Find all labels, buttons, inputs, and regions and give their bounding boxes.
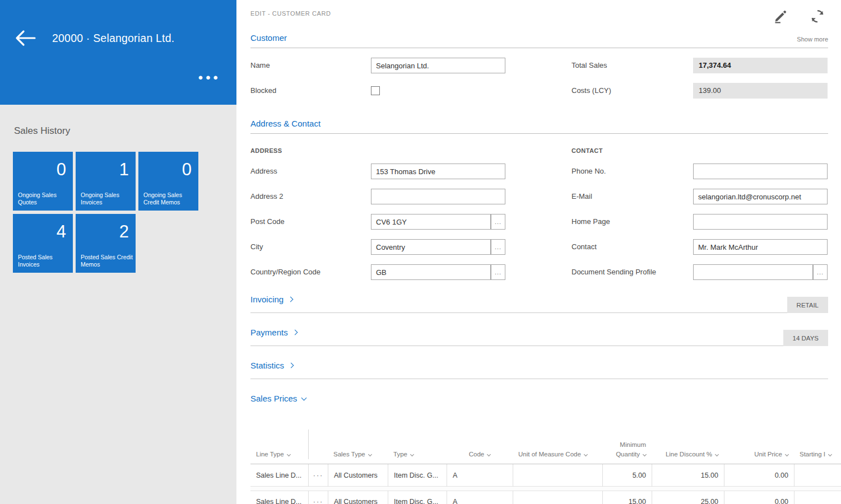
- sort-icon: [287, 452, 291, 456]
- cell-code[interactable]: A: [447, 464, 513, 487]
- city-lookup-button[interactable]: ...: [491, 239, 505, 255]
- doc-sending-profile-label: Document Sending Profile: [571, 264, 693, 280]
- col-type[interactable]: Type: [388, 450, 447, 459]
- col-line-discount[interactable]: Line Discount %: [652, 450, 724, 459]
- chevron-right-icon: [292, 330, 298, 335]
- sort-icon: [410, 452, 414, 456]
- section-payments-label: Payments: [250, 328, 288, 337]
- home-page-label: Home Page: [571, 214, 693, 230]
- back-arrow-icon[interactable]: [12, 27, 37, 49]
- cell-unit-price[interactable]: 0.00: [724, 464, 794, 487]
- main-content: EDIT - CUSTOMER CARD Show more Customer: [236, 0, 841, 504]
- country-region-field[interactable]: [371, 264, 491, 280]
- sort-icon: [368, 452, 372, 456]
- chevron-down-icon: [301, 395, 307, 400]
- cell-line-type[interactable]: Sales Line D...: [250, 464, 308, 487]
- chevron-right-icon: [289, 363, 294, 368]
- table-row[interactable]: Sales Line D... ··· All Customers Item D…: [250, 464, 841, 487]
- tile-label: Posted Sales Invoices: [18, 254, 73, 268]
- col-starting[interactable]: Starting I: [794, 450, 841, 459]
- refresh-icon[interactable]: [807, 6, 828, 27]
- payments-badge[interactable]: 14 DAYS: [783, 330, 828, 346]
- cell-unit-price[interactable]: 0.00: [724, 491, 794, 504]
- sort-icon: [785, 452, 789, 456]
- cell-min-qty[interactable]: 15.00: [602, 491, 652, 504]
- col-sales-type[interactable]: Sales Type: [328, 450, 388, 459]
- email-label: E-Mail: [571, 189, 693, 204]
- more-options-icon[interactable]: •••: [198, 70, 221, 86]
- costs-value[interactable]: 139.00: [693, 83, 828, 99]
- cell-line-type[interactable]: Sales Line D...: [250, 491, 308, 504]
- post-code-label: Post Code: [250, 214, 371, 230]
- country-region-label: Country/Region Code: [250, 264, 371, 280]
- edit-pencil-icon[interactable]: [770, 6, 791, 27]
- cell-sales-type[interactable]: All Customers: [328, 491, 388, 504]
- show-more-link[interactable]: Show more: [797, 36, 828, 43]
- doc-sending-profile-lookup-button[interactable]: ...: [813, 264, 828, 280]
- col-line-type[interactable]: Line Type: [250, 450, 308, 459]
- address2-field[interactable]: [371, 189, 505, 204]
- tile-ongoing-sales-quotes[interactable]: 0 Ongoing Sales Quotes: [13, 152, 73, 211]
- col-uom-code[interactable]: Unit of Measure Code: [513, 450, 602, 459]
- contact-label: Contact: [571, 239, 693, 255]
- assist-edit-icon[interactable]: ···: [308, 464, 328, 487]
- col-assist: [308, 430, 328, 459]
- tile-label: Ongoing Sales Credit Memos: [143, 192, 198, 206]
- name-field[interactable]: [371, 58, 505, 73]
- section-invoicing[interactable]: Invoicing: [250, 295, 292, 304]
- section-payments[interactable]: Payments: [250, 328, 297, 337]
- cell-starting[interactable]: [794, 491, 841, 504]
- section-customer[interactable]: Customer: [250, 33, 828, 48]
- cell-uom-code[interactable]: [513, 491, 602, 504]
- cell-line-discount[interactable]: 15.00: [652, 464, 724, 487]
- contact-field[interactable]: [693, 239, 828, 255]
- phone-label: Phone No.: [571, 164, 693, 179]
- section-statistics-label: Statistics: [250, 361, 284, 370]
- cell-type[interactable]: Item Disc. G...: [388, 491, 447, 504]
- blocked-checkbox[interactable]: [371, 86, 380, 95]
- sidebar-header: 20000 · Selangorian Ltd. •••: [0, 0, 236, 105]
- phone-field[interactable]: [693, 164, 828, 179]
- table-row[interactable]: Sales Line D... ··· All Customers Item D…: [250, 491, 841, 504]
- post-code-field[interactable]: [371, 214, 491, 230]
- address-label: Address: [250, 164, 371, 179]
- contact-group-label: CONTACT: [571, 147, 603, 154]
- section-address-contact[interactable]: Address & Contact: [250, 119, 828, 134]
- tile-label: Ongoing Sales Invoices: [81, 192, 136, 206]
- email-field[interactable]: [693, 189, 828, 204]
- cell-sales-type[interactable]: All Customers: [328, 464, 388, 487]
- city-field[interactable]: [371, 239, 491, 255]
- sales-prices-table: Line Type Sales Type Type Code Unit of M…: [250, 430, 841, 504]
- invoicing-badge[interactable]: RETAIL: [787, 297, 828, 313]
- cell-type[interactable]: Item Disc. G...: [388, 464, 447, 487]
- sort-icon: [828, 452, 832, 456]
- col-code[interactable]: Code: [447, 450, 513, 459]
- tile-value: 4: [57, 222, 66, 242]
- tile-value: 1: [119, 160, 129, 180]
- assist-edit-icon[interactable]: ···: [308, 491, 328, 504]
- cell-code[interactable]: A: [447, 491, 513, 504]
- post-code-lookup-button[interactable]: ...: [491, 214, 505, 230]
- cell-starting[interactable]: [794, 464, 841, 487]
- section-sales-prices[interactable]: Sales Prices: [250, 394, 306, 403]
- section-sales-prices-label: Sales Prices: [250, 394, 297, 403]
- col-min-qty[interactable]: Minimum Quantity: [602, 440, 652, 460]
- section-statistics-row: Statistics: [250, 361, 828, 379]
- total-sales-label: Total Sales: [571, 58, 693, 73]
- tile-value: 0: [57, 160, 66, 180]
- doc-sending-profile-field[interactable]: [693, 264, 813, 280]
- country-region-lookup-button[interactable]: ...: [491, 264, 505, 280]
- col-unit-price[interactable]: Unit Price: [724, 450, 794, 459]
- cell-uom-code[interactable]: [513, 464, 602, 487]
- tile-posted-sales-invoices[interactable]: 4 Posted Sales Invoices: [13, 214, 73, 273]
- tile-ongoing-sales-invoices[interactable]: 1 Ongoing Sales Invoices: [76, 152, 136, 211]
- section-statistics[interactable]: Statistics: [250, 361, 293, 370]
- address-field[interactable]: [371, 164, 505, 179]
- cell-line-discount[interactable]: 25.00: [652, 491, 724, 504]
- tile-ongoing-sales-credit-memos[interactable]: 0 Ongoing Sales Credit Memos: [138, 152, 198, 211]
- cell-min-qty[interactable]: 5.00: [602, 464, 652, 487]
- tile-posted-sales-credit-memos[interactable]: 2 Posted Sales Credit Memos: [76, 214, 136, 273]
- tile-label: Ongoing Sales Quotes: [18, 192, 73, 206]
- home-page-field[interactable]: [693, 214, 828, 230]
- total-sales-value[interactable]: 17,374.64: [693, 58, 828, 73]
